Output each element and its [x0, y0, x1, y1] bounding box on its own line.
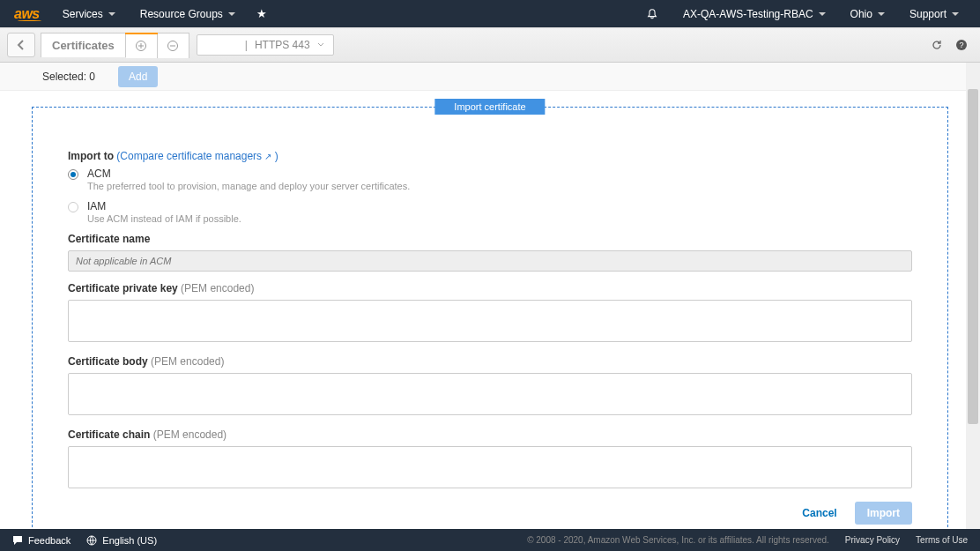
add-button[interactable]: Add	[118, 66, 158, 87]
minus-circle-icon	[167, 40, 179, 52]
import-to-label: Import to	[68, 150, 114, 162]
back-button[interactable]	[7, 33, 35, 57]
add-listener-tab[interactable]	[126, 33, 158, 58]
import-certificate-panel: Import certificate Import to (Compare ce…	[32, 107, 948, 551]
caret-down-icon	[228, 12, 235, 16]
feedback-link[interactable]: Feedback	[12, 535, 71, 546]
refresh-button[interactable]	[931, 39, 943, 51]
plus-circle-icon	[135, 40, 147, 52]
top-nav: aws Services Resource Groups ★ AX-QA-AWS…	[0, 0, 980, 27]
bell-icon	[646, 8, 658, 20]
remove-listener-tab[interactable]	[158, 33, 189, 58]
cert-body-group: Certificate body (PEM encoded)	[68, 355, 912, 418]
cert-chain-input[interactable]	[68, 446, 912, 488]
radio-iam-text: IAM Use ACM instead of IAM if possible.	[87, 200, 241, 224]
nav-region-label: Ohio	[850, 8, 872, 20]
footer: Feedback English (US) © 2008 - 2020, Ama…	[0, 529, 980, 551]
radio-iam-input[interactable]	[68, 202, 78, 212]
help-icon: ?	[955, 39, 968, 51]
radio-acm[interactable]: ACM The preferred tool to provision, man…	[68, 168, 912, 191]
private-key-label: Certificate private key	[68, 282, 178, 294]
pem-hint-2: (PEM encoded)	[151, 355, 224, 368]
privacy-link[interactable]: Privacy Policy	[845, 535, 900, 545]
help-button[interactable]: ?	[955, 39, 968, 51]
cert-chain-label: Certificate chain	[68, 428, 150, 441]
form-buttons: Cancel Import	[68, 502, 912, 525]
compare-link-text: Compare certificate managers	[120, 150, 262, 162]
radio-acm-title: ACM	[87, 168, 410, 180]
private-key-input[interactable]	[68, 300, 912, 342]
caret-down-icon	[878, 12, 885, 16]
nav-account[interactable]: AX-QA-AWS-Testing-RBAC	[671, 8, 838, 20]
footer-left: Feedback English (US)	[12, 535, 157, 546]
radio-acm-desc: The preferred tool to provision, manage …	[87, 181, 410, 191]
nav-resource-groups[interactable]: Resource Groups	[128, 8, 248, 20]
import-button[interactable]: Import	[855, 502, 912, 525]
notifications-button[interactable]	[634, 8, 671, 20]
chevron-left-icon	[17, 39, 26, 51]
scrollbar-thumb[interactable]	[968, 89, 978, 424]
cert-name-label: Certificate name	[68, 233, 150, 245]
globe-icon	[86, 535, 97, 546]
nav-right: AX-QA-AWS-Testing-RBAC Ohio Support	[634, 8, 971, 20]
nav-account-label: AX-QA-AWS-Testing-RBAC	[683, 8, 813, 20]
chevron-down-icon	[317, 42, 324, 48]
radio-iam-title: IAM	[87, 200, 241, 212]
listener-label: HTTPS 443	[255, 39, 310, 51]
radio-acm-text: ACM The preferred tool to provision, man…	[87, 168, 410, 191]
main-content: Import certificate Import to (Compare ce…	[0, 91, 980, 551]
pem-hint-3: (PEM encoded)	[153, 428, 226, 441]
caret-down-icon	[952, 12, 959, 16]
private-key-group: Certificate private key (PEM encoded)	[68, 282, 912, 345]
nav-support[interactable]: Support	[897, 8, 971, 20]
radio-iam[interactable]: IAM Use ACM instead of IAM if possible.	[68, 200, 912, 224]
language-selector[interactable]: English (US)	[86, 535, 157, 546]
cert-chain-group: Certificate chain (PEM encoded)	[68, 428, 912, 491]
chat-icon	[12, 535, 23, 546]
pem-hint-1: (PEM encoded)	[181, 282, 254, 294]
radio-acm-input[interactable]	[68, 169, 78, 180]
nav-resource-groups-label: Resource Groups	[140, 8, 223, 20]
cancel-button[interactable]: Cancel	[793, 502, 845, 525]
caret-down-icon	[108, 12, 115, 16]
external-link-icon: ↗	[264, 152, 271, 161]
caret-down-icon	[819, 12, 826, 16]
cert-name-group: Certificate name	[68, 233, 912, 272]
refresh-icon	[931, 39, 943, 51]
selection-bar: Selected: 0 Add	[0, 63, 980, 91]
radio-iam-desc: Use ACM instead of IAM if possible.	[87, 213, 241, 224]
svg-text:?: ?	[959, 41, 963, 49]
pin-icon[interactable]: ★	[248, 7, 276, 20]
feedback-label: Feedback	[28, 535, 71, 546]
panel-title: Import certificate	[434, 99, 545, 115]
aws-logo[interactable]: aws	[9, 6, 50, 22]
nav-region[interactable]: Ohio	[838, 8, 897, 20]
cert-body-label: Certificate body	[68, 355, 148, 368]
terms-link[interactable]: Terms of Use	[916, 535, 968, 545]
sub-header: Certificates | HTTPS 443 ?	[0, 27, 980, 63]
footer-right: © 2008 - 2020, Amazon Web Services, Inc.…	[527, 535, 968, 545]
vertical-scrollbar[interactable]	[966, 63, 980, 529]
nav-left: aws Services Resource Groups ★	[9, 6, 276, 22]
listener-selector[interactable]: | HTTPS 443	[197, 34, 334, 56]
nav-support-label: Support	[909, 8, 947, 20]
cert-name-input[interactable]	[68, 250, 912, 272]
compare-managers-link[interactable]: (Compare certificate managers ↗ )	[116, 150, 278, 162]
import-to-label-row: Import to (Compare certificate managers …	[68, 150, 912, 162]
separator: |	[245, 39, 248, 51]
copyright: © 2008 - 2020, Amazon Web Services, Inc.…	[527, 535, 829, 545]
subbar-actions: ?	[931, 39, 973, 51]
nav-services[interactable]: Services	[50, 8, 128, 20]
selected-count: Selected: 0	[42, 71, 95, 83]
language-label: English (US)	[102, 535, 157, 546]
certificates-tab[interactable]: Certificates	[41, 33, 126, 57]
cert-body-input[interactable]	[68, 373, 912, 415]
nav-services-label: Services	[63, 8, 103, 20]
